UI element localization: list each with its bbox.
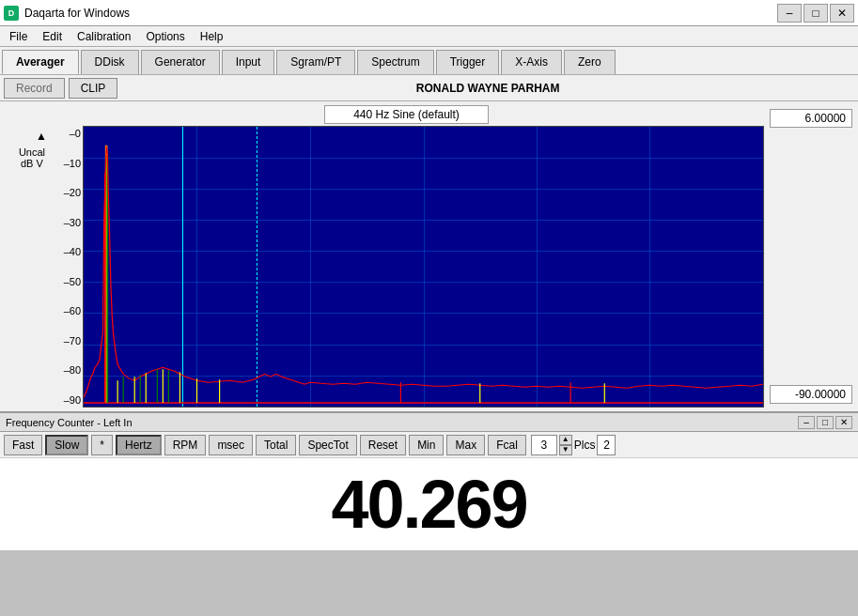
freq-minimize-button[interactable]: – [798, 416, 815, 429]
chart-title-row: 440 Hz Sine (default) [49, 105, 764, 124]
tab-spectrum[interactable]: Spectrum [357, 50, 433, 74]
menu-options[interactable]: Options [138, 28, 192, 45]
freq-hertz-button[interactable]: Hertz [116, 435, 162, 455]
extra-input[interactable] [597, 435, 616, 455]
spinner-input[interactable] [531, 435, 557, 455]
freq-title-controls: – □ ✕ [798, 416, 852, 429]
close-button[interactable]: ✕ [830, 4, 854, 23]
title-bar-left: D Daqarta for Windows [4, 6, 130, 21]
freq-maximize-button[interactable]: □ [817, 416, 834, 429]
spectrum-svg [84, 127, 763, 407]
tab-input[interactable]: Input [222, 50, 275, 74]
chart-title: 440 Hz Sine (default) [353, 108, 460, 121]
plcs-label: Plcs [574, 439, 596, 452]
app-title: Daqarta for Windows [24, 7, 130, 20]
title-bar: D Daqarta for Windows – □ ✕ [0, 0, 858, 26]
record-button[interactable]: Record [4, 78, 65, 99]
freq-title-bar: Frequency Counter - Left In – □ ✕ [0, 413, 858, 432]
chart-title-box: 440 Hz Sine (default) [324, 105, 489, 124]
tab-sgram-pt[interactable]: Sgram/PT [276, 50, 355, 74]
minimize-button[interactable]: – [777, 4, 802, 23]
freq-msec-button[interactable]: msec [209, 435, 253, 455]
menu-help[interactable]: Help [193, 28, 231, 45]
tab-xaxis[interactable]: X-Axis [501, 50, 562, 74]
bottom-value-box: -90.00000 [770, 385, 852, 404]
freq-close-button[interactable]: ✕ [835, 416, 852, 429]
menu-file[interactable]: File [2, 28, 35, 45]
y-axis-unit: Uncal dB V [17, 143, 47, 173]
spectrum-plot[interactable] [83, 126, 764, 408]
freq-spectot-button[interactable]: SpecTot [299, 435, 356, 455]
menu-calibration[interactable]: Calibration [70, 28, 138, 45]
freq-value-row: 40.269 [0, 458, 858, 550]
spinner-down[interactable]: ▼ [559, 445, 572, 455]
title-bar-controls: – □ ✕ [777, 4, 854, 23]
freq-title-text: Frequency Counter - Left In [6, 417, 133, 428]
freq-big-value: 40.269 [331, 466, 526, 543]
right-panel: 6.00000 -90.00000 [764, 101, 858, 411]
freq-fcal-button[interactable]: Fcal [488, 435, 526, 455]
control-bar: Record CLIP RONALD WAYNE PARHAM [0, 75, 858, 101]
app-icon: D [4, 6, 19, 21]
tab-bar: Averager DDisk Generator Input Sgram/PT … [0, 47, 858, 75]
freq-max-button[interactable]: Max [446, 435, 485, 455]
tab-zero[interactable]: Zero [564, 50, 616, 74]
chart-container: 440 Hz Sine (default) –0 –10 –20 –30 –40… [49, 101, 764, 411]
y-axis-labels: ▲ Uncal dB V [0, 101, 49, 411]
freq-reset-button[interactable]: Reset [360, 435, 406, 455]
menu-edit[interactable]: Edit [35, 28, 70, 45]
tab-generator[interactable]: Generator [141, 50, 220, 74]
freq-controls: Fast Slow * Hertz RPM msec Total SpecTot… [0, 432, 858, 458]
maximize-button[interactable]: □ [803, 4, 828, 23]
freq-fast-button[interactable]: Fast [4, 435, 42, 455]
freq-star-button[interactable]: * [91, 435, 113, 455]
freq-counter: Frequency Counter - Left In – □ ✕ Fast S… [0, 411, 858, 550]
tab-ddisk[interactable]: DDisk [81, 50, 139, 74]
main-area: ▲ Uncal dB V 440 Hz Sine (default) –0 –1… [0, 101, 858, 411]
clip-button[interactable]: CLIP [69, 78, 118, 99]
user-title: RONALD WAYNE PARHAM [121, 82, 854, 95]
spinner-up[interactable]: ▲ [559, 435, 572, 445]
y-axis-arrow-up[interactable]: ▲ [36, 130, 47, 143]
freq-min-button[interactable]: Min [409, 435, 444, 455]
freq-total-button[interactable]: Total [256, 435, 296, 455]
freq-rpm-button[interactable]: RPM [164, 435, 207, 455]
tab-trigger[interactable]: Trigger [436, 50, 500, 74]
y-axis-ticks: –0 –10 –20 –30 –40 –50 –60 –70 –80 –90 [49, 126, 83, 408]
top-value-box: 6.00000 [770, 109, 852, 128]
menu-bar: File Edit Calibration Options Help [0, 26, 858, 47]
freq-slow-button[interactable]: Slow [45, 435, 88, 455]
tab-averager[interactable]: Averager [2, 50, 79, 74]
spinner-arrows[interactable]: ▲ ▼ [559, 435, 572, 455]
chart-and-yaxis: –0 –10 –20 –30 –40 –50 –60 –70 –80 –90 [49, 126, 764, 408]
